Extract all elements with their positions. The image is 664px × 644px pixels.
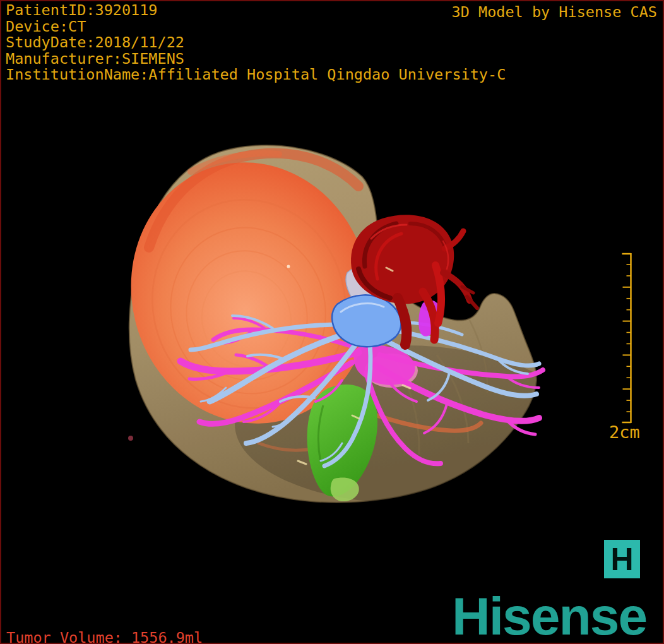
tumor-volume-label: Tumor Volume: <box>6 629 122 644</box>
3d-viewport[interactable] <box>1 1 663 643</box>
patient-info-line: PatientID:3920119 <box>6 3 506 19</box>
volume-readout: Tumor Volume:1556.9ml Liver Volume:2773.… <box>6 595 203 644</box>
tumor-volume-line: Tumor Volume:1556.9ml <box>6 629 203 644</box>
patient-info-line: Manufacturer:SIEMENS <box>6 51 506 68</box>
patient-info-line: InstitutionName:Affiliated Hospital Qing… <box>6 67 506 83</box>
liver-3d-render <box>1 1 664 644</box>
model-credit: 3D Model by Hisense CAS <box>452 4 657 21</box>
patient-info-line: StudyDate:2018/11/22 <box>6 35 506 51</box>
patient-info-line: Device:CT <box>6 19 506 35</box>
hisense-monogram-logo: H <box>604 540 640 578</box>
scale-ruler <box>622 253 631 423</box>
hisense-wordmark-logo: Hisense <box>452 590 646 643</box>
app-window: PatientID:3920119Device:CTStudyDate:2018… <box>0 0 664 644</box>
tumor-volume-value: 1556.9ml <box>122 629 203 644</box>
patient-info-overlay: PatientID:3920119Device:CTStudyDate:2018… <box>6 3 506 83</box>
scale-bar-label: 2cm <box>609 423 640 442</box>
